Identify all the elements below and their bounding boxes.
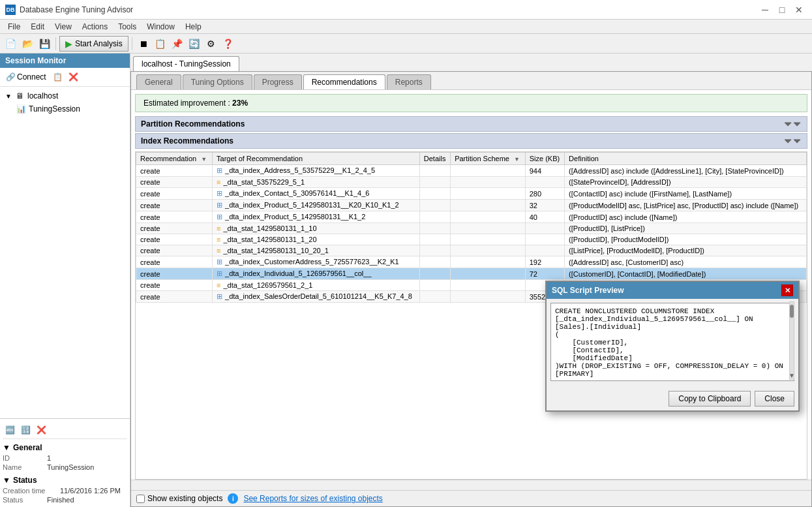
modal-close-btn2[interactable]: Close [755, 391, 794, 407]
tab-general[interactable]: General [136, 74, 181, 89]
col-size[interactable]: Size (KB) [525, 153, 564, 165]
toolbar-sep1 [55, 37, 56, 50]
minimize-button[interactable]: ─ [757, 2, 773, 18]
tab-tuning-options[interactable]: Tuning Options [183, 74, 252, 89]
toolbar-sep2 [132, 37, 132, 50]
cell-details [419, 234, 450, 245]
menu-file[interactable]: File [3, 21, 25, 33]
partition-section-label: Partition Recommendations [141, 119, 245, 129]
col-target[interactable]: Target of Recommendation [213, 153, 420, 165]
table-row[interactable]: create ⊞_dta_index_Address_5_53575229__K… [136, 165, 807, 177]
target-icon: ⊞ [217, 269, 222, 277]
menu-help[interactable]: Help [180, 21, 207, 33]
cell-action: create [136, 188, 213, 200]
show-existing-checkbox[interactable] [136, 495, 145, 503]
start-analysis-button[interactable]: ▶ Start Analysis [59, 36, 128, 52]
menu-view[interactable]: View [50, 21, 77, 33]
cell-target: ⊞_dta_index_Individual_5_1269579561__col… [213, 268, 420, 280]
open-button[interactable]: 📂 [20, 36, 35, 52]
paste-button[interactable]: 📌 [170, 36, 185, 52]
tab-recommendations[interactable]: Recommendations [303, 74, 385, 89]
play-icon: ▶ [65, 38, 72, 49]
help-toolbar-button[interactable]: ❓ [220, 36, 236, 52]
col-partition[interactable]: Partition Scheme ▼ [451, 153, 526, 165]
table-row[interactable]: create ⊞_dta_index_Individual_5_12695795… [136, 268, 807, 280]
cell-definition: ([AddressID] asc, [CustomerID] asc) [565, 256, 807, 268]
cell-action: create [136, 177, 213, 188]
target-icon: ≡ [217, 247, 220, 254]
index-section-label: Index Recommendations [141, 136, 233, 146]
target-icon: ⊞ [217, 258, 222, 266]
reports-link[interactable]: See Reports for sizes of existing object… [243, 494, 382, 503]
cell-size [525, 177, 564, 188]
cell-target: ≡_dta_stat_1429580131_10_20_1 [213, 245, 420, 256]
sql-textarea[interactable] [550, 303, 794, 381]
tree-root-label[interactable]: localhost [27, 91, 58, 100]
cell-action: create [136, 280, 213, 291]
status-section-header[interactable]: ▼ Status [3, 474, 127, 486]
col-definition[interactable]: Definition [565, 153, 807, 165]
table-row[interactable]: create ⊞_dta_index_CustomerAddress_5_725… [136, 256, 807, 268]
menu-actions[interactable]: Actions [77, 21, 113, 33]
clear-btn[interactable]: ❌ [34, 423, 48, 437]
menu-bar: File Edit View Actions Tools Window Help [0, 20, 812, 34]
sort-btn[interactable]: 🔤 [3, 423, 17, 437]
menu-edit[interactable]: Edit [25, 21, 50, 33]
cell-details [419, 188, 450, 200]
table-row[interactable]: create ≡_dta_stat_1429580131_10_20_1 ([L… [136, 245, 807, 256]
sort-icon-part: ▼ [514, 156, 520, 162]
cell-action: create [136, 200, 213, 211]
table-row[interactable]: create ⊞_dta_index_Product_5_1429580131_… [136, 200, 807, 211]
bottom-panel: 🔤 🔢 ❌ ▼ General ID 1 Name TuningSession … [0, 418, 130, 507]
cell-partition [451, 245, 526, 256]
menu-tools[interactable]: Tools [113, 21, 142, 33]
menu-window[interactable]: Window [142, 21, 180, 33]
connect-button[interactable]: 🔗 Connect [3, 70, 50, 84]
sidebar: Session Monitor 🔗 Connect 📋 ❌ ▼ 🖥 localh… [0, 54, 130, 507]
cell-size: 192 [525, 256, 564, 268]
show-existing-label: Show existing objects [147, 494, 222, 503]
save-button[interactable]: 💾 [37, 36, 52, 52]
close-button[interactable]: ✕ [791, 2, 807, 18]
cell-partition [451, 268, 526, 280]
settings-button[interactable]: ⚙ [203, 36, 219, 52]
sidebar-btn1[interactable]: 📋 [51, 70, 65, 84]
inner-tab-bar: General Tuning Options Progress Recommen… [131, 72, 811, 90]
maximize-button[interactable]: □ [774, 2, 790, 18]
new-button[interactable]: 📄 [3, 36, 18, 52]
show-existing-checkbox-item[interactable]: Show existing objects [136, 494, 222, 503]
tab-container: localhost - TuningSession [130, 54, 812, 71]
modal-title: SQL Script Preview [552, 286, 624, 295]
filter-btn[interactable]: 🔢 [18, 423, 33, 437]
table-row[interactable]: create ≡_dta_stat_53575229_5_1 ([StatePr… [136, 177, 807, 188]
modal-content: ▼ [547, 299, 798, 387]
table-row[interactable]: create ⊞_dta_index_Contact_5_309576141__… [136, 188, 807, 200]
main-tab[interactable]: localhost - TuningSession [133, 56, 239, 71]
sidebar-toolbar: 🔗 Connect 📋 ❌ [0, 68, 130, 87]
stop-button[interactable]: ⏹ [136, 36, 151, 52]
cell-size [525, 234, 564, 245]
horizontal-scrollbar[interactable] [131, 480, 811, 490]
sidebar-btn2[interactable]: ❌ [67, 70, 81, 84]
cell-target: ⊞_dta_index_Product_5_1429580131__K20_K1… [213, 200, 420, 211]
bottom-toolbar: 🔤 🔢 ❌ [3, 422, 127, 439]
table-row[interactable]: create ⊞_dta_index_Product_5_1429580131_… [136, 211, 807, 223]
col-recommendation[interactable]: Recommendation ▼ [136, 153, 213, 165]
col-details[interactable]: Details [419, 153, 450, 165]
partition-section-bar[interactable]: Partition Recommendations ⏷⏷ [135, 116, 807, 132]
tab-progress[interactable]: Progress [254, 74, 302, 89]
general-section-header[interactable]: ▼ General [3, 442, 127, 453]
cell-details [419, 291, 450, 303]
tree-child-item[interactable]: 📊 TuningSession [3, 102, 127, 115]
modal-close-button[interactable]: ✕ [781, 284, 793, 296]
copy-button[interactable]: 📋 [153, 36, 168, 52]
general-collapse-icon: ▼ [3, 443, 10, 452]
table-row[interactable]: create ≡_dta_stat_1429580131_1_10 ([Prod… [136, 223, 807, 234]
tab-reports[interactable]: Reports [387, 74, 431, 89]
table-row[interactable]: create ≡_dta_stat_1429580131_1_20 ([Prod… [136, 234, 807, 245]
cell-size: 32 [525, 200, 564, 211]
refresh-button[interactable]: 🔄 [187, 36, 202, 52]
scrollbar-thumb[interactable]: ▼ [789, 301, 794, 380]
index-section-bar[interactable]: Index Recommendations ⏷⏷ [135, 133, 807, 149]
copy-to-clipboard-button[interactable]: Copy to Clipboard [669, 391, 751, 407]
